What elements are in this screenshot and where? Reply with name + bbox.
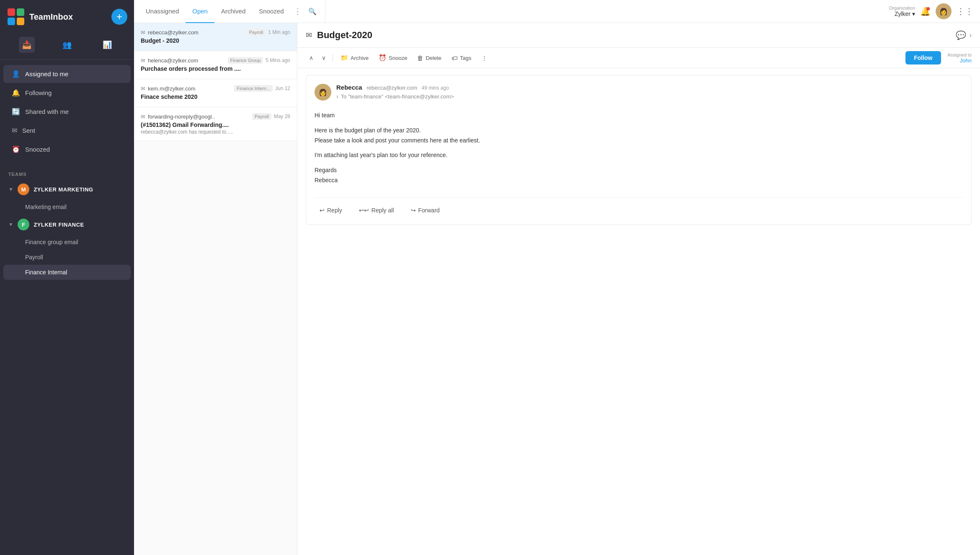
team-name-marketing: ZYLKER MARKETING [34,186,93,193]
prev-email-button[interactable]: ∧ [306,53,317,63]
email-tag: Finance Intern... [234,85,273,92]
nav-item-sent[interactable]: ✉ Sent [3,121,131,139]
submenu-payroll[interactable]: Payroll [0,250,134,265]
chevron-down-icon-finance: ▼ [8,222,13,227]
main-content: Unassigned Open Archived Snoozed ⋮ 🔍 Org… [134,0,980,555]
nav-item-shared[interactable]: 🔄 Shared with me [3,103,131,121]
trash-icon: 🗑 [417,54,423,62]
delete-button[interactable]: 🗑 Delete [413,52,446,64]
user-avatar[interactable]: 👩 [936,3,952,19]
tab-unassigned[interactable]: Unassigned [139,0,186,23]
submenu-finance-group[interactable]: Finance group email [0,235,134,250]
email-item[interactable]: ✉ forwarding-noreply@googl.. Payroll May… [134,107,297,141]
nav-item-assigned[interactable]: 👤 Assigned to me [3,65,131,83]
email-from: forwarding-noreply@googl.. [148,114,250,120]
expand-button[interactable]: › [970,31,972,39]
email-time: May 28 [274,114,290,119]
team-header-finance[interactable]: ▼ F ZYLKER FINANCE [0,214,134,235]
tags-button[interactable]: 🏷 Tags [447,52,475,64]
email-detail: ✉ Budget-2020 💬 › ∧ ∨ 📁 Archive ⏰ Snoo [297,23,980,555]
inbox-icon-btn[interactable]: 📥 [19,37,35,53]
recipient-text: To "team-finance" <team-finance@zylker.c… [341,93,454,100]
tabs-section: Unassigned Open Archived Snoozed ⋮ 🔍 [134,0,325,23]
sender-info: Rebecca rebecca@zylker.com 49 mins ago ›… [336,84,963,100]
org-label: Organization [889,5,915,10]
nav-label-assigned: Assigned to me [25,70,68,77]
email-item[interactable]: ✉ rebecca@zylker.com Payroll 1 Min ago B… [134,23,297,51]
chevron-down-icon: ▼ [8,186,13,192]
chat-bubble-button[interactable]: 💬 [956,30,966,40]
nav-label-snoozed: Snoozed [25,146,50,153]
submenu-finance-internal[interactable]: Finance Internal [3,265,131,280]
svg-rect-1 [17,8,24,16]
detail-title: Budget-2020 [317,30,951,41]
tag-icon: 🏷 [451,54,458,62]
expand-recipients-button[interactable]: › [336,93,338,100]
forward-icon: ↪ [411,207,416,214]
contacts-icon-btn[interactable]: 👥 [59,37,75,53]
team-avatar-finance: F [18,219,29,230]
split-view: ✉ rebecca@zylker.com Payroll 1 Min ago B… [134,23,980,555]
tab-archived[interactable]: Archived [214,0,252,23]
email-time: Jun 12 [275,85,290,91]
following-icon: 🔔 [12,89,20,97]
assigned-to-label: Assigned to [948,52,972,57]
submenu-marketing-email[interactable]: Marketing email [0,199,134,214]
email-envelope-icon: ✉ [141,114,145,120]
tab-open[interactable]: Open [186,0,214,23]
body-attachment-note: I'm attaching last year's plan too for y… [315,150,963,160]
nav-label-sent: Sent [22,127,35,134]
follow-button[interactable]: Follow [905,51,941,65]
nav-label-shared: Shared with me [25,108,69,115]
next-email-button[interactable]: ∨ [318,53,329,63]
email-message-card: 👩 Rebecca rebecca@zylker.com 49 mins ago… [306,75,972,225]
team-header-marketing[interactable]: ▼ M ZYLKER MARKETING [0,179,134,199]
email-item[interactable]: ✉ helenca@zylker.com Finance Group 5 Min… [134,51,297,79]
email-meta: ✉ helenca@zylker.com Finance Group 5 Min… [141,57,290,64]
tabs-search-button[interactable]: 🔍 [305,4,320,19]
notification-dot [926,7,930,10]
toolbar-divider [333,54,333,62]
teams-label: TEAMS [8,172,27,177]
forward-button[interactable]: ↪ Forward [406,204,445,216]
chevron-down-icon-org: ▾ [912,10,915,17]
reply-button[interactable]: ↩ Reply [315,204,347,216]
notification-bell-button[interactable]: 🔔 [920,6,931,16]
svg-rect-0 [8,8,15,16]
org-name: Zylker ▾ [895,10,915,17]
message-actions: ↩ Reply ↩↩ Reply all ↪ Forward [315,197,963,216]
archive-button[interactable]: 📁 Archive [336,52,373,64]
email-envelope-icon: ✉ [141,57,145,64]
body-greeting: Hi team [315,111,963,121]
assigned-name: John [960,57,972,64]
body-regards: RegardsRebecca [315,165,963,186]
org-selector[interactable]: Organization Zylker ▾ [889,5,915,17]
email-meta: ✉ rebecca@zylker.com Payroll 1 Min ago [141,29,290,36]
reports-icon-btn[interactable]: 📊 [99,37,115,53]
nav-item-following[interactable]: 🔔 Following [3,84,131,102]
sidebar: TeamInbox + 📥 👥 📊 👤 Assigned to me 🔔 Fol… [0,0,134,555]
email-item[interactable]: ✉ kem.m@zylker.com Finance Intern... Jun… [134,79,297,107]
detail-email-icon: ✉ [306,31,312,40]
svg-rect-2 [8,18,15,25]
more-actions-button[interactable]: ⋮ [477,52,491,64]
shared-icon: 🔄 [12,108,20,116]
detail-toolbar: ∧ ∨ 📁 Archive ⏰ Snooze 🗑 Delete 🏷 Tag [297,48,980,68]
tabs-more-button[interactable]: ⋮ [291,3,305,19]
email-tag: Payroll [252,113,271,120]
email-subject: (#1501362) Gmail Forwarding.... [141,121,290,128]
email-subject: Budget - 2020 [141,37,290,44]
tab-snoozed[interactable]: Snoozed [252,0,290,23]
team-avatar-marketing: M [18,183,29,195]
reply-all-button[interactable]: ↩↩ Reply all [354,204,399,216]
grid-menu-button[interactable]: ⋮⋮ [957,6,973,16]
reply-icon: ↩ [320,207,325,214]
nav-item-snoozed[interactable]: ⏰ Snoozed [3,140,131,158]
add-button[interactable]: + [111,9,127,25]
snooze-button[interactable]: ⏰ Snooze [374,52,411,64]
email-from: kem.m@zylker.com [148,85,232,92]
email-from: helenca@zylker.com [148,57,225,64]
snooze-icon: ⏰ [379,54,387,62]
sender-email: rebecca@zylker.com [366,85,417,91]
email-meta: ✉ forwarding-noreply@googl.. Payroll May… [141,113,290,120]
